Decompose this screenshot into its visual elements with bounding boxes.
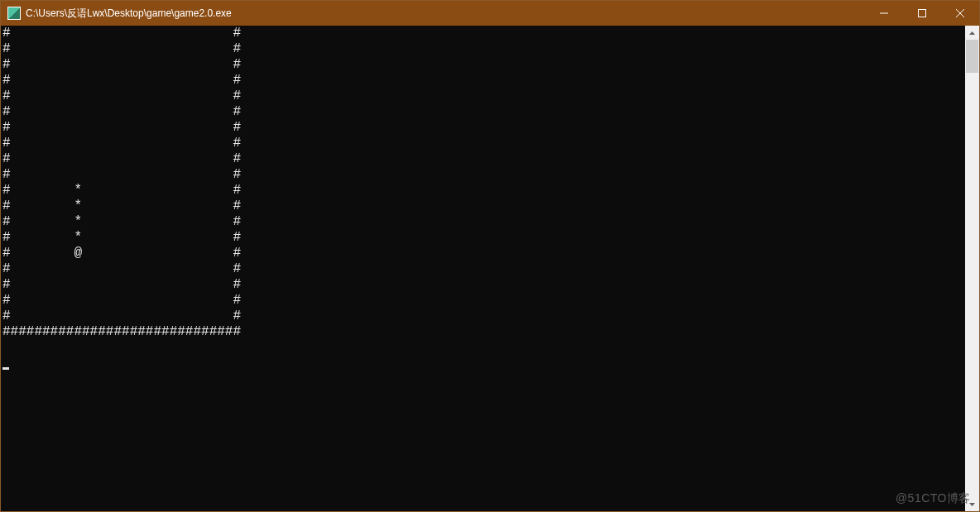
window-controls <box>865 1 979 26</box>
scroll-up-arrow[interactable] <box>965 26 979 40</box>
text-cursor <box>2 367 9 370</box>
client-area: # # # # # # # # # # # # # <box>1 26 979 511</box>
vertical-scrollbar[interactable] <box>965 26 979 511</box>
svg-marker-5 <box>969 503 975 506</box>
console-output[interactable]: # # # # # # # # # # # # # <box>1 26 965 511</box>
titlebar[interactable]: C:\Users\反语Lwx\Desktop\game\game2.0.exe <box>1 1 979 26</box>
close-button[interactable] <box>941 1 979 26</box>
scroll-down-arrow[interactable] <box>965 497 979 511</box>
scroll-thumb[interactable] <box>966 40 978 73</box>
minimize-button[interactable] <box>865 1 903 26</box>
window-title: C:\Users\反语Lwx\Desktop\game\game2.0.exe <box>26 7 865 21</box>
maximize-button[interactable] <box>903 1 941 26</box>
app-icon <box>7 7 21 20</box>
svg-marker-4 <box>969 31 975 35</box>
app-window: C:\Users\反语Lwx\Desktop\game\game2.0.exe … <box>0 0 980 512</box>
svg-rect-1 <box>919 10 926 17</box>
